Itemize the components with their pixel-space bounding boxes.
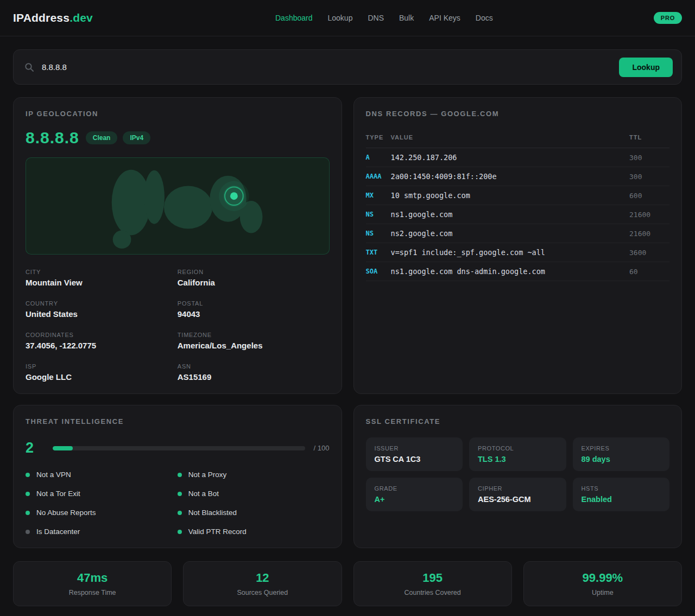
ssl-tile-protocol: PROTOCOLTLS 1.3: [469, 437, 566, 471]
ip-badge-ipv4: IPv4: [123, 131, 150, 144]
threat-check-label: Not a VPN: [36, 471, 71, 479]
geo-field-label: TIMEZONE: [178, 332, 330, 338]
threat-check-label: Not a Proxy: [188, 471, 227, 479]
nav-item-bulk[interactable]: Bulk: [399, 14, 414, 22]
threat-check-not-blacklisted: Not Blacklisted: [178, 509, 330, 517]
check-dot-icon: [26, 530, 30, 534]
ssl-tile-value: A+: [375, 495, 454, 504]
geo-field-label: ASN: [178, 363, 330, 370]
threat-check-label: Not a Bot: [188, 490, 219, 498]
dns-record-row: TXTv=spf1 include:_spf.google.com ~all36…: [366, 243, 670, 262]
dns-record-row: SOAns1.google.com dns-admin.google.com60: [366, 262, 670, 281]
geo-field-coordinates: COORDINATES37.4056, -122.0775: [26, 332, 178, 350]
ssl-tile-value: TLS 1.3: [478, 455, 558, 463]
threat-check-label: Not Blacklisted: [188, 509, 237, 517]
threat-title: THREAT INTELLIGENCE: [26, 417, 330, 426]
main-content: Lookup IP GEOLOCATION 8.8.8.8 CleanIPv4: [0, 36, 695, 616]
geo-field-value: AS15169: [178, 372, 330, 382]
dns-record-row: NSns1.google.com21600: [366, 205, 670, 224]
geo-field-timezone: TIMEZONEAmerica/Los_Angeles: [178, 332, 330, 350]
stat-label: Countries Covered: [359, 589, 506, 596]
check-dot-icon: [178, 473, 182, 477]
ssl-tile-grade: GRADEA+: [366, 478, 463, 511]
geolocation-card: IP GEOLOCATION 8.8.8.8 CleanIPv4: [13, 97, 342, 394]
geo-field-city: CITYMountain View: [26, 269, 178, 287]
ssl-certificate-card: SSL CERTIFICATE ISSUERGTS CA 1C3PROTOCOL…: [353, 405, 683, 548]
dns-record-row: NSns2.google.com21600: [366, 224, 670, 243]
threat-check-not-a-tor-exit: Not a Tor Exit: [26, 490, 178, 498]
brand-name: IPAddress: [13, 11, 70, 24]
search-icon: [24, 62, 34, 72]
threat-check-not-a-vpn: Not a VPN: [26, 471, 178, 479]
nav-item-docs[interactable]: Docs: [476, 14, 493, 22]
dns-record-ttl: 3600: [629, 249, 669, 257]
threat-score-fill: [53, 446, 73, 450]
threat-check-is-datacenter: Is Datacenter: [26, 528, 178, 536]
pro-badge: PRO: [654, 12, 682, 24]
ssl-tile-label: GRADE: [375, 485, 454, 492]
check-dot-icon: [178, 530, 182, 534]
geo-field-value: 94043: [178, 309, 330, 319]
brand-logo[interactable]: IPAddress.dev: [13, 11, 93, 24]
dns-record-type: AAAA: [366, 173, 391, 180]
ssl-tile-issuer: ISSUERGTS CA 1C3: [366, 437, 463, 471]
geo-field-value: Google LLC: [26, 372, 178, 382]
dns-record-type: SOA: [366, 268, 391, 275]
threat-intelligence-card: THREAT INTELLIGENCE 2 / 100 Not a VPNNot…: [13, 405, 342, 548]
ssl-tile-value: Enabled: [582, 495, 661, 504]
dns-record-ttl: 21600: [629, 211, 669, 219]
location-marker: [219, 181, 249, 211]
nav-item-dashboard[interactable]: Dashboard: [275, 14, 313, 22]
ssl-tile-label: HSTS: [582, 485, 661, 492]
ip-address: 8.8.8.8: [26, 129, 79, 147]
threat-check-not-a-proxy: Not a Proxy: [178, 471, 330, 479]
geo-field-region: REGIONCalifornia: [178, 269, 330, 287]
dns-record-row: AAAA2a00:1450:4009:81f::200e300: [366, 167, 670, 186]
ip-badge-clean: Clean: [86, 131, 118, 144]
dns-record-value: v=spf1 include:_spf.google.com ~all: [391, 248, 630, 257]
geo-field-country: COUNTRYUnited States: [26, 300, 178, 319]
geo-field-value: California: [178, 278, 330, 287]
stat-label: Uptime: [529, 589, 676, 596]
geo-field-value: 37.4056, -122.0775: [26, 341, 178, 350]
dns-record-value: 2a00:1450:4009:81f::200e: [391, 172, 630, 181]
ssl-tile-label: CIPHER: [478, 485, 558, 492]
geo-field-value: Mountain View: [26, 278, 178, 287]
header: IPAddress.dev DashboardLookupDNSBulkAPI …: [0, 0, 695, 36]
geo-field-asn: ASNAS15169: [178, 363, 330, 382]
dns-record-type: MX: [366, 192, 391, 199]
dns-record-row: A142.250.187.206300: [366, 148, 670, 167]
geo-field-postal: POSTAL94043: [178, 300, 330, 319]
check-dot-icon: [26, 511, 30, 515]
stat-card-countries-covered: 195Countries Covered: [353, 561, 512, 606]
ssl-tile-expires: EXPIRES89 days: [573, 437, 670, 471]
stat-card-sources-queried: 12Sources Queried: [183, 561, 342, 606]
threat-check-valid-ptr-record: Valid PTR Record: [178, 528, 330, 536]
main-nav: DashboardLookupDNSBulkAPI KeysDocs: [115, 14, 654, 22]
dns-record-type: NS: [366, 211, 391, 218]
stat-label: Response Time: [19, 589, 166, 596]
stat-value: 47ms: [19, 571, 166, 585]
geo-field-isp: ISPGoogle LLC: [26, 363, 178, 382]
geo-field-label: REGION: [178, 269, 330, 275]
dns-record-ttl: 300: [629, 154, 669, 162]
dns-record-value: 10 smtp.google.com: [391, 191, 630, 200]
stat-label: Sources Queried: [189, 589, 336, 596]
stat-card-uptime: 99.99%Uptime: [523, 561, 682, 606]
dns-record-type: TXT: [366, 249, 391, 256]
nav-item-dns[interactable]: DNS: [368, 14, 384, 22]
stat-value: 195: [359, 571, 506, 585]
nav-item-api-keys[interactable]: API Keys: [429, 14, 460, 22]
geo-field-label: ISP: [26, 363, 178, 370]
nav-item-lookup[interactable]: Lookup: [327, 14, 352, 22]
dns-col-type: TYPE: [366, 134, 391, 141]
brand-tld: .dev: [70, 11, 93, 24]
dns-records-card: DNS RECORDS — GOOGLE.COM TYPE VALUE TTL …: [353, 97, 683, 394]
dns-record-value: 142.250.187.206: [391, 153, 630, 162]
geo-field-label: COUNTRY: [26, 300, 178, 307]
geo-field-label: POSTAL: [178, 300, 330, 307]
lookup-button[interactable]: Lookup: [619, 58, 673, 77]
check-dot-icon: [178, 511, 182, 515]
search-input[interactable]: [42, 62, 611, 72]
dns-record-value: ns2.google.com: [391, 229, 630, 238]
